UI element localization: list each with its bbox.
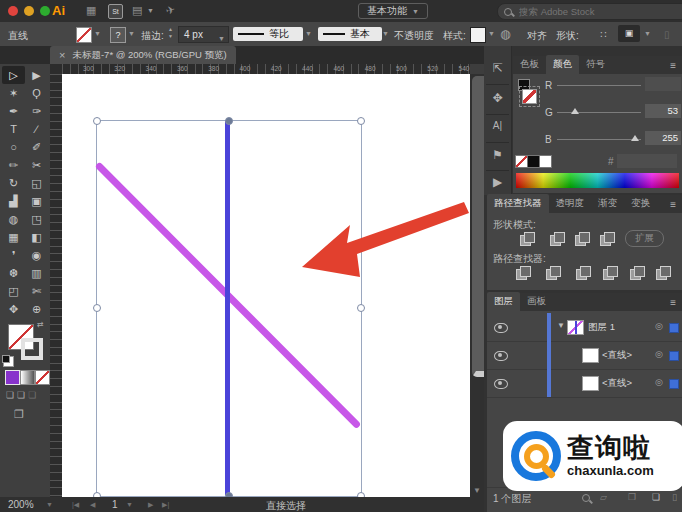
first-artboard-icon[interactable]: |◀ xyxy=(72,501,79,509)
artboard-tool[interactable]: ◰ xyxy=(2,282,25,300)
b-value-field[interactable]: 255 xyxy=(645,131,681,145)
panel-menu-icon[interactable]: ≡ xyxy=(664,57,682,74)
minimize-window-button[interactable] xyxy=(24,6,34,16)
tab-pathfinder[interactable]: 路径查找器 xyxy=(487,194,549,213)
minus-front-button[interactable] xyxy=(550,232,565,245)
zoom-chevron-icon[interactable]: ▼ xyxy=(46,501,53,508)
layer-row[interactable]: <直线> ◎ xyxy=(487,369,682,398)
color-mode-button[interactable] xyxy=(5,370,20,385)
paintbrush-tool[interactable]: ✐ xyxy=(25,138,48,156)
g-slider-thumb[interactable] xyxy=(571,108,579,114)
hand-tool[interactable]: ✥ xyxy=(2,300,25,318)
layer-thumbnail[interactable] xyxy=(567,320,584,335)
close-tab-icon[interactable]: × xyxy=(59,49,65,61)
line-segment-tool[interactable]: ∕ xyxy=(25,120,48,138)
layer-row[interactable]: <直线> ◎ xyxy=(487,341,682,370)
visibility-eye-icon[interactable] xyxy=(494,351,508,361)
visibility-eye-icon[interactable] xyxy=(494,379,508,389)
stroke-color-swatch[interactable]: ? xyxy=(110,27,126,43)
locate-object-icon[interactable] xyxy=(582,494,590,504)
crop-button[interactable] xyxy=(603,266,618,279)
adobe-stock-icon[interactable]: St xyxy=(108,4,123,19)
exclude-button[interactable] xyxy=(600,232,615,245)
shape-properties-button[interactable]: ▣ xyxy=(618,25,640,42)
layer-name[interactable]: <直线> xyxy=(602,349,632,362)
direct-selection-tool[interactable]: ▷ xyxy=(2,66,25,84)
chevron-down-icon[interactable]: ▼ xyxy=(94,30,101,37)
g-slider[interactable] xyxy=(557,112,641,113)
panel-menu-icon[interactable]: ≡ xyxy=(664,294,682,311)
selection-handle-top-right[interactable] xyxy=(357,117,365,125)
stroke-color-indicator[interactable] xyxy=(21,338,43,360)
chevron-down-icon[interactable]: ▼ xyxy=(382,30,389,37)
default-fill-stroke-icon[interactable] xyxy=(3,356,14,367)
none-mode-button[interactable] xyxy=(35,370,50,385)
color-spectrum-bar[interactable] xyxy=(516,173,679,188)
r-slider[interactable] xyxy=(557,85,641,86)
slice-tool[interactable]: ✄ xyxy=(25,282,48,300)
artboard-number[interactable]: 1 xyxy=(112,499,118,510)
scissors-tool[interactable]: ✂ xyxy=(25,156,48,174)
layer-thumbnail[interactable] xyxy=(582,376,599,391)
blend-tool[interactable]: ◉ xyxy=(25,246,48,264)
width-profile-dropdown[interactable]: 等比 xyxy=(233,27,303,41)
new-layer-icon[interactable]: ❏ xyxy=(652,492,660,502)
hex-value-field[interactable] xyxy=(617,154,677,168)
free-transform-tool[interactable]: ▣ xyxy=(25,192,48,210)
chevron-down-icon[interactable]: ▼ xyxy=(147,7,154,14)
libraries-icon[interactable]: ✥ xyxy=(484,91,511,105)
divide-button[interactable] xyxy=(516,266,531,279)
perspective-grid-tool[interactable]: ◳ xyxy=(25,210,48,228)
document-tab[interactable]: × 未标题-7* @ 200% (RGB/GPU 预览) xyxy=(50,46,236,64)
proxy-stroke-swatch[interactable] xyxy=(522,89,537,104)
fill-color-swatch[interactable] xyxy=(76,27,92,43)
close-window-button[interactable] xyxy=(8,6,18,16)
minus-back-button[interactable] xyxy=(656,266,671,279)
recolor-artwork-icon[interactable]: ◍ xyxy=(500,27,510,41)
merge-button[interactable] xyxy=(576,266,591,279)
vertical-scrollbar[interactable]: ▼ xyxy=(470,74,484,497)
target-circle-icon[interactable]: ◎ xyxy=(655,377,663,387)
g-value-field[interactable]: 53 xyxy=(645,104,681,118)
tab-artboards[interactable]: 画板 xyxy=(520,292,553,311)
magic-wand-tool[interactable]: ✶ xyxy=(2,84,25,102)
search-input[interactable] xyxy=(517,5,661,18)
opacity-label[interactable]: 不透明度 xyxy=(394,29,434,43)
gradient-tool[interactable]: ◧ xyxy=(25,228,48,246)
selection-indicator[interactable] xyxy=(669,323,679,333)
artboard-chevron-icon[interactable]: ▼ xyxy=(126,501,133,508)
workspace-layout-icon[interactable]: ▤ xyxy=(132,4,142,17)
chevron-down-icon[interactable]: ▼ xyxy=(488,30,495,37)
layer-row[interactable]: ▼ 图层 1 ◎ xyxy=(487,313,682,342)
zoom-tool[interactable]: ⊕ xyxy=(25,300,48,318)
selection-tool[interactable]: ▶ xyxy=(25,66,48,84)
tab-color[interactable]: 颜色 xyxy=(546,55,579,74)
lasso-tool[interactable]: Ϙ xyxy=(25,84,48,102)
make-mask-icon[interactable]: ▱ xyxy=(600,492,607,502)
adobe-stock-search[interactable] xyxy=(497,3,682,20)
character-panel-icon[interactable]: A| xyxy=(484,120,511,131)
target-circle-icon[interactable]: ◎ xyxy=(655,349,663,359)
b-slider-thumb[interactable] xyxy=(631,135,639,141)
target-circle-icon[interactable]: ◎ xyxy=(655,321,663,331)
r-value-field[interactable] xyxy=(645,77,681,91)
stroke-weight-stepper[interactable]: ▲▼ xyxy=(168,26,173,40)
paragraph-panel-icon[interactable]: ⚑ xyxy=(484,148,511,162)
b-slider[interactable] xyxy=(557,139,641,140)
expand-button[interactable]: 扩展 xyxy=(625,230,664,247)
selection-handle-middle-right[interactable] xyxy=(357,304,365,312)
layer-thumbnail[interactable] xyxy=(582,348,599,363)
tab-transparency[interactable]: 透明度 xyxy=(549,194,592,213)
visibility-eye-icon[interactable] xyxy=(494,323,508,333)
chevron-down-icon[interactable]: ▼ xyxy=(557,321,565,330)
draw-mode-buttons[interactable]: ❏❏❏ xyxy=(6,390,39,400)
mesh-tool[interactable]: ▦ xyxy=(2,228,25,246)
scale-tool[interactable]: ◱ xyxy=(25,174,48,192)
tab-transform[interactable]: 变换 xyxy=(624,194,657,213)
tab-symbols[interactable]: 符号 xyxy=(579,55,612,74)
shape-builder-tool[interactable]: ◍ xyxy=(2,210,25,228)
tab-swatches[interactable]: 色板 xyxy=(513,55,546,74)
selection-handle-top-center[interactable] xyxy=(225,117,233,125)
ellipse-tool[interactable]: ○ xyxy=(2,138,25,156)
chevron-down-icon[interactable]: ▼ xyxy=(128,30,135,37)
